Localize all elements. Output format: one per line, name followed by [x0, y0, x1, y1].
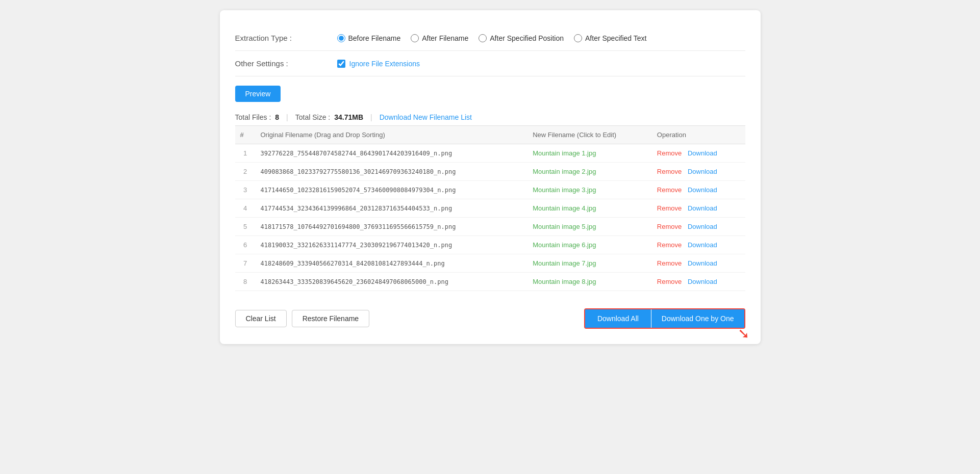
table-row: 8 418263443_333520839645620_236024849706…	[235, 273, 745, 291]
cell-new-name[interactable]: Mountain image 8.jpg	[527, 273, 652, 291]
main-card: Extraction Type : Before Filename After …	[220, 10, 761, 344]
bottom-bar: Clear List Restore Filename Download All…	[235, 296, 745, 329]
radio-after-text-input[interactable]	[574, 34, 582, 42]
summary-row: Total Files : 8 | Total Size : 34.71MB |…	[235, 107, 745, 125]
cell-original: 418248609_333940566270314_84208108142789…	[256, 254, 528, 273]
table-row: 5 418171578_10764492701694800_3769311695…	[235, 218, 745, 236]
cell-num: 4	[235, 199, 256, 218]
cell-original: 417744534_3234364139996864_2031283716354…	[256, 199, 528, 218]
remove-button-7[interactable]: Remove	[657, 259, 682, 267]
ignore-extensions-checkbox[interactable]	[337, 60, 345, 68]
cell-operation: Remove Download	[652, 199, 745, 218]
table-row: 1 392776228_7554487074582744_86439017442…	[235, 144, 745, 163]
download-list-link[interactable]: Download New Filename List	[380, 113, 472, 121]
table-row: 7 418248609_333940566270314_842081081427…	[235, 254, 745, 273]
cell-operation: Remove Download	[652, 236, 745, 254]
cell-operation: Remove Download	[652, 273, 745, 291]
preview-section: Preview	[235, 76, 745, 107]
table-row: 2 409083868_10233792775580136_3021469709…	[235, 163, 745, 181]
bottom-left-buttons: Clear List Restore Filename	[235, 310, 370, 327]
remove-button-4[interactable]: Remove	[657, 204, 682, 212]
cell-operation: Remove Download	[652, 254, 745, 273]
other-settings-label: Other Settings :	[235, 59, 337, 68]
row-download-button-4[interactable]: Download	[688, 204, 717, 212]
radio-after-text-label: After Specified Text	[585, 34, 646, 42]
divider-2: |	[370, 113, 372, 121]
cell-num: 2	[235, 163, 256, 181]
ignore-extensions-checkbox-label[interactable]: Ignore File Extensions	[337, 60, 420, 68]
remove-button-1[interactable]: Remove	[657, 149, 682, 157]
page-wrapper: Extraction Type : Before Filename After …	[0, 0, 980, 474]
download-one-by-one-button[interactable]: Download One by One	[651, 309, 744, 328]
total-size-label: Total Size :	[295, 113, 330, 121]
cell-original: 392776228_7554487074582744_8643901744203…	[256, 144, 528, 163]
other-settings-row: Other Settings : Ignore File Extensions	[235, 51, 745, 76]
cell-new-name[interactable]: Mountain image 4.jpg	[527, 199, 652, 218]
cell-operation: Remove Download	[652, 144, 745, 163]
row-download-button-3[interactable]: Download	[688, 186, 717, 194]
table-header-row: # Original Filename (Drag and Drop Sorti…	[235, 126, 745, 144]
cell-new-name[interactable]: Mountain image 1.jpg	[527, 144, 652, 163]
radio-after-filename[interactable]: After Filename	[411, 34, 468, 42]
radio-after-text[interactable]: After Specified Text	[574, 34, 646, 42]
extraction-type-options: Before Filename After Filename After Spe…	[337, 34, 647, 42]
row-download-button-1[interactable]: Download	[688, 149, 717, 157]
radio-after-position-label: After Specified Position	[490, 34, 564, 42]
remove-button-3[interactable]: Remove	[657, 186, 682, 194]
radio-before-filename-label: Before Filename	[348, 34, 401, 42]
col-header-operation: Operation	[652, 126, 745, 144]
table-row: 6 418190032_3321626331147774_23030921967…	[235, 236, 745, 254]
extraction-type-row: Extraction Type : Before Filename After …	[235, 25, 745, 51]
radio-before-filename-input[interactable]	[337, 34, 345, 42]
cell-original: 418263443_333520839645620_23602484970680…	[256, 273, 528, 291]
row-download-button-2[interactable]: Download	[688, 168, 717, 175]
cell-original: 409083868_10233792775580136_302146970936…	[256, 163, 528, 181]
remove-button-8[interactable]: Remove	[657, 278, 682, 285]
radio-after-position-input[interactable]	[479, 34, 487, 42]
cell-num: 3	[235, 181, 256, 199]
row-download-button-5[interactable]: Download	[688, 223, 717, 230]
cell-new-name[interactable]: Mountain image 3.jpg	[527, 181, 652, 199]
cell-original: 418171578_10764492701694800_376931169556…	[256, 218, 528, 236]
row-download-button-7[interactable]: Download	[688, 259, 717, 267]
cell-num: 1	[235, 144, 256, 163]
cell-new-name[interactable]: Mountain image 2.jpg	[527, 163, 652, 181]
clear-list-button[interactable]: Clear List	[235, 310, 287, 327]
cell-num: 6	[235, 236, 256, 254]
col-header-new: New Filename (Click to Edit)	[527, 126, 652, 144]
divider-1: |	[286, 113, 288, 121]
total-size-value: 34.71MB	[334, 113, 363, 121]
row-download-button-8[interactable]: Download	[688, 278, 717, 285]
download-buttons-group: Download All Download One by One ➘	[584, 308, 745, 329]
cell-new-name[interactable]: Mountain image 5.jpg	[527, 218, 652, 236]
cell-new-name[interactable]: Mountain image 7.jpg	[527, 254, 652, 273]
preview-button[interactable]: Preview	[235, 86, 281, 102]
extraction-type-label: Extraction Type :	[235, 34, 337, 42]
remove-button-6[interactable]: Remove	[657, 241, 682, 249]
table-row: 3 417144650_10232816159052074_5734600908…	[235, 181, 745, 199]
cell-num: 8	[235, 273, 256, 291]
total-files-value: 8	[275, 113, 279, 121]
remove-button-2[interactable]: Remove	[657, 168, 682, 175]
table-row: 4 417744534_3234364139996864_20312837163…	[235, 199, 745, 218]
col-header-original: Original Filename (Drag and Drop Sorting…	[256, 126, 528, 144]
remove-button-5[interactable]: Remove	[657, 223, 682, 230]
cell-operation: Remove Download	[652, 181, 745, 199]
cell-new-name[interactable]: Mountain image 6.jpg	[527, 236, 652, 254]
col-header-num: #	[235, 126, 256, 144]
file-table: # Original Filename (Drag and Drop Sorti…	[235, 125, 745, 291]
radio-after-filename-label: After Filename	[422, 34, 468, 42]
cell-num: 7	[235, 254, 256, 273]
cell-operation: Remove Download	[652, 163, 745, 181]
total-files-label: Total Files :	[235, 113, 271, 121]
row-download-button-6[interactable]: Download	[688, 241, 717, 249]
radio-after-position[interactable]: After Specified Position	[479, 34, 564, 42]
cell-original: 418190032_3321626331147774_2303092196774…	[256, 236, 528, 254]
download-all-button[interactable]: Download All	[585, 309, 651, 328]
cell-operation: Remove Download	[652, 218, 745, 236]
radio-before-filename[interactable]: Before Filename	[337, 34, 401, 42]
radio-after-filename-input[interactable]	[411, 34, 419, 42]
cell-original: 417144650_10232816159052074_573460090808…	[256, 181, 528, 199]
restore-filename-button[interactable]: Restore Filename	[292, 310, 370, 327]
ignore-extensions-text: Ignore File Extensions	[349, 60, 420, 68]
